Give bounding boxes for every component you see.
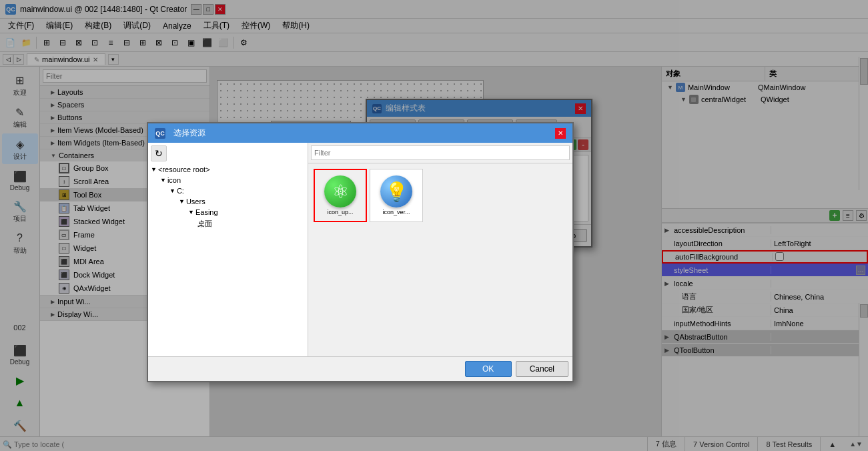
dialog-title-icon: QC	[155, 128, 165, 139]
tree-users-item[interactable]: ▼ Users	[179, 196, 305, 207]
dialog-footer: OK Cancel	[148, 356, 572, 381]
icon-label: icon	[167, 176, 181, 184]
dialog-title: QC 选择资源 ✕	[148, 123, 572, 143]
icon-label-2: icon_ver...	[373, 209, 420, 215]
icon-symbol-2: 💡	[385, 181, 408, 203]
tree-users-group: ▼ Users ▼ Easing	[169, 196, 305, 230]
dialog-filter-bar	[308, 143, 572, 163]
dialog-body: ↻ ▼ <resource root> ▼ icon	[148, 143, 572, 356]
icon-circle-2: 💡	[380, 175, 412, 207]
dialog-right-panel: ⚛ icon_up... 💡 icon_ver...	[308, 143, 572, 356]
icon-symbol-1: ⚛	[332, 181, 349, 203]
tree-easing-item[interactable]: ▼ Easing	[188, 207, 305, 217]
desktop-label: 桌面	[197, 219, 212, 229]
dialog-cancel-button[interactable]: Cancel	[516, 361, 568, 377]
icon-circle-1: ⚛	[324, 175, 356, 207]
dialog-title-text: 选择资源	[173, 127, 205, 139]
tree-easing-group: ▼ Easing 桌面	[179, 207, 305, 230]
dialog-filter-input[interactable]	[311, 145, 570, 160]
easing-arrow: ▼	[188, 209, 194, 215]
dialog-ok-button[interactable]: OK	[465, 361, 512, 377]
tree-c-item[interactable]: ▼ C:	[169, 185, 305, 196]
icon-label-1: icon_up...	[318, 209, 363, 215]
icon-arrow: ▼	[160, 177, 166, 183]
resource-dialog: QC 选择资源 ✕ ↻ ▼ <resource root> ▼	[147, 122, 574, 382]
dialog-close-button[interactable]: ✕	[555, 128, 566, 139]
c-arrow: ▼	[169, 187, 175, 194]
users-arrow: ▼	[179, 198, 185, 205]
c-label: C:	[177, 187, 184, 195]
dialog-icons-area: ⚛ icon_up... 💡 icon_ver...	[308, 163, 572, 356]
tree-desktop-item[interactable]: 桌面	[197, 217, 305, 230]
easing-label: Easing	[195, 208, 218, 216]
tree-icon-item[interactable]: ▼ icon	[160, 175, 305, 185]
dialog-overlay[interactable]: QC 选择资源 ✕ ↻ ▼ <resource root> ▼	[0, 0, 868, 451]
refresh-button[interactable]: ↻	[151, 145, 167, 161]
resource-root-arrow: ▼	[151, 166, 157, 173]
dialog-icon-item-1[interactable]: ⚛ icon_up...	[314, 169, 367, 222]
tree-resource-root[interactable]: ▼ <resource root>	[151, 164, 305, 175]
tree-container: ▼ <resource root> ▼ icon ▼ C:	[151, 164, 305, 230]
tree-desktop-group: 桌面	[188, 217, 305, 230]
users-label: Users	[186, 197, 205, 205]
dialog-icon-item-2[interactable]: 💡 icon_ver...	[370, 169, 423, 222]
tree-icon-group: ▼ icon ▼ C: ▼ Users	[151, 175, 305, 230]
resource-root-label: <resource root>	[158, 165, 210, 173]
tree-c-group: ▼ C: ▼ Users ▼	[160, 185, 305, 230]
dialog-file-tree: ↻ ▼ <resource root> ▼ icon	[148, 143, 308, 356]
